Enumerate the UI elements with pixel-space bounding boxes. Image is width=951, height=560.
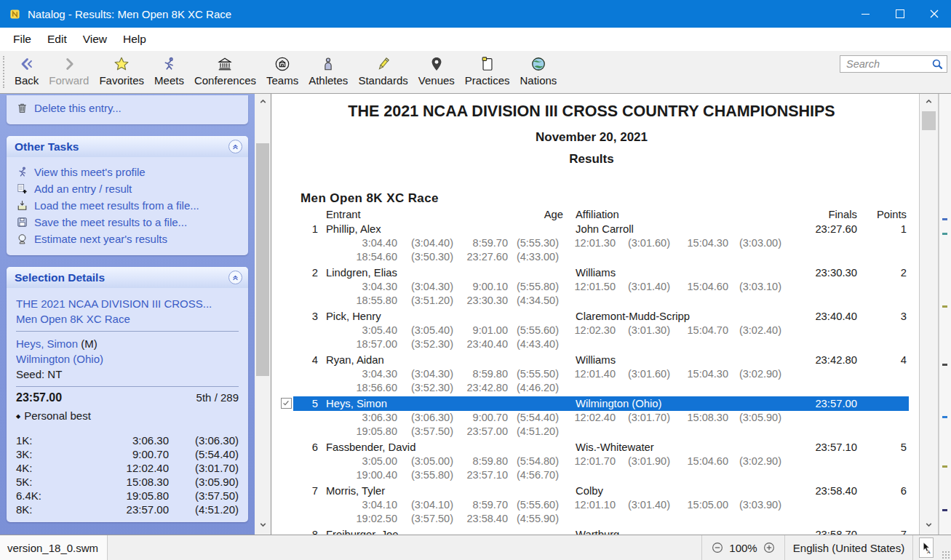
clipboard-icon [480, 56, 496, 72]
result-row: 3Pick, HenryClaremont-Mudd-Scripp23:40.4… [271, 309, 912, 351]
toolbar-grip[interactable] [3, 56, 4, 88]
marker-tick [942, 509, 947, 511]
meet-date: November 20, 2021 [271, 130, 912, 145]
scroll-up-button[interactable] [255, 95, 271, 110]
result-splits-line: 3:04.40(3:04.40)8:59.70(5:55.30)12:01.30… [330, 236, 912, 250]
result-row-main[interactable]: 1Phillip, AlexJohn Carroll23:27.601 [271, 222, 912, 236]
collapse-button[interactable] [228, 271, 242, 284]
scroll-down-button[interactable] [255, 519, 271, 533]
chevron-down-icon [924, 519, 934, 532]
task-item[interactable]: Load the meet results from a file... [16, 197, 242, 214]
marker-tick [942, 465, 947, 468]
final-time-row: 23:57.00 5th / 289 [16, 391, 239, 404]
chevron-down-icon [258, 519, 268, 532]
toolbar-favorites-button[interactable]: Favorites [94, 56, 149, 87]
selection-details-panel: Selection Details THE 2021 NCAA DIVISION… [7, 267, 248, 522]
task-label: Save the meet results to a file... [34, 215, 187, 229]
maximize-button[interactable] [883, 0, 917, 28]
toolbar-practices-button[interactable]: Practices [460, 56, 515, 87]
close-button[interactable] [917, 0, 951, 28]
other-tasks-list: View this meet's profileAdd an entry / r… [7, 157, 248, 255]
zoom-out-button[interactable] [712, 542, 723, 553]
save-file-icon [16, 216, 28, 228]
forward-icon [61, 56, 77, 72]
meet-link[interactable]: THE 2021 NCAA DIVISION III CROSS... [16, 296, 239, 311]
final-time: 23:57.00 [16, 391, 62, 404]
scrollbar-thumb[interactable] [256, 143, 269, 376]
marker-tick [942, 364, 947, 366]
toolbar-label: Venues [418, 74, 455, 87]
results-heading: Results [271, 152, 912, 167]
toolbar-forward-button[interactable]: Forward [44, 56, 94, 87]
zoom-control: 100% [702, 535, 785, 560]
zoom-in-button[interactable] [763, 542, 775, 553]
result-row: 8Freiburger, JoeWartburg23:58.707 [271, 527, 912, 535]
status-file: version_18_0.swm [0, 535, 108, 560]
toolbar-standards-button[interactable]: Standards [353, 56, 413, 87]
search-input[interactable] [840, 58, 931, 70]
toolbar-conferences-button[interactable]: Conferences [189, 56, 261, 87]
toolbar-label: Practices [465, 74, 510, 87]
toolbar-label: Back [15, 74, 39, 87]
result-row-main[interactable]: 3Pick, HenryClaremont-Mudd-Scripp23:40.4… [271, 309, 912, 324]
language-indicator[interactable]: English (United States) [785, 535, 913, 560]
scrollbar-thumb[interactable] [922, 111, 936, 130]
team-link[interactable]: Wilmington (Ohio) [16, 351, 239, 367]
toolbar-teams-button[interactable]: Teams [261, 56, 303, 87]
column-entrant: Entrant [326, 207, 530, 222]
resize-grip[interactable] [939, 535, 951, 560]
result-row-main[interactable]: 4Ryan, AidanWilliams23:42.804 [271, 353, 912, 367]
scroll-down-button[interactable] [920, 519, 938, 533]
menu-item-view[interactable]: View [75, 33, 115, 46]
menu-item-edit[interactable]: Edit [39, 33, 75, 46]
result-splits-line: 18:54.60(3:50.30)23:27.60(4:33.00) [330, 250, 912, 264]
search-icon[interactable] [931, 58, 944, 71]
close-icon [930, 9, 939, 18]
result-splits-line: 19:00.40(3:55.80)23:57.10(4:56.70) [330, 468, 912, 482]
stadium-icon [274, 56, 290, 72]
toolbar-meets-button[interactable]: Meets [149, 56, 189, 87]
result-row-main[interactable]: 8Freiburger, JoeWartburg23:58.707 [271, 527, 912, 535]
result-splits-line: 3:05.40(3:05.40)9:01.00(5:55.60)12:02.30… [330, 324, 912, 337]
sidebar-scrollbar[interactable] [255, 94, 271, 535]
result-splits-line: 3:04.30(3:04.30)9:00.10(5:55.80)12:01.50… [330, 280, 912, 294]
scroll-up-button[interactable] [920, 95, 938, 110]
other-tasks-panel: Other Tasks View this meet's profileAdd … [7, 136, 248, 255]
trash-icon [16, 102, 28, 114]
result-splits-line: 19:05.80(3:57.50)23:57.00(4:51.20) [330, 425, 912, 439]
results-pane: THE 2021 NCAA DIVISION III CROSS COUNTRY… [271, 94, 919, 535]
delete-entry-link[interactable]: Delete this entry... [16, 100, 248, 116]
minimize-button[interactable] [848, 0, 883, 28]
athlete-gender: (M) [81, 337, 98, 350]
window-controls [848, 0, 951, 28]
collapse-button[interactable] [228, 140, 242, 153]
selection-details-header: Selection Details [7, 267, 248, 288]
result-row-main[interactable]: 6Fassbender, DavidWis.-Whitewater23:57.1… [271, 440, 912, 455]
toolbar-label: Nations [520, 74, 557, 87]
toolbar-athletes-button[interactable]: Athletes [303, 56, 353, 87]
runner-icon [16, 166, 28, 178]
athlete-link[interactable]: Heys, Simon [16, 337, 78, 350]
toolbar-label: Standards [358, 74, 407, 87]
delete-entry-label: Delete this entry... [34, 101, 122, 115]
menu-item-help[interactable]: Help [115, 33, 154, 46]
meet-title: THE 2021 NCAA DIVISION III CROSS COUNTRY… [271, 103, 912, 121]
select-mode-button[interactable]: A [919, 537, 934, 558]
toolbar-nations-button[interactable]: Nations [515, 56, 562, 87]
toolbar-back-button[interactable]: Back [9, 56, 44, 87]
result-row-main[interactable]: 5Heys, SimonWilmington (Ohio)23:57.00 [271, 396, 912, 411]
results-scrollbar[interactable] [919, 94, 939, 535]
menu-item-file[interactable]: File [5, 33, 39, 46]
row-checkbox[interactable] [281, 398, 292, 409]
toolbar-label: Conferences [194, 74, 256, 87]
result-row-main[interactable]: 7Morris, TylerColby23:58.406 [271, 484, 912, 498]
task-item[interactable]: Estimate next year's results [16, 231, 242, 247]
toolbar-venues-button[interactable]: Venues [413, 56, 460, 87]
star-icon [114, 56, 130, 72]
result-row-main[interactable]: 2Lindgren, EliasWilliams23:30.302 [271, 265, 912, 280]
window-title: Natalog - Results: Men Open 8K XC Race [28, 8, 231, 20]
task-item[interactable]: View this meet's profile [16, 164, 242, 180]
race-link[interactable]: Men Open 8K XC Race [16, 311, 239, 327]
task-item[interactable]: Save the meet results to a file... [16, 214, 242, 231]
task-item[interactable]: Add an entry / result [16, 180, 242, 197]
